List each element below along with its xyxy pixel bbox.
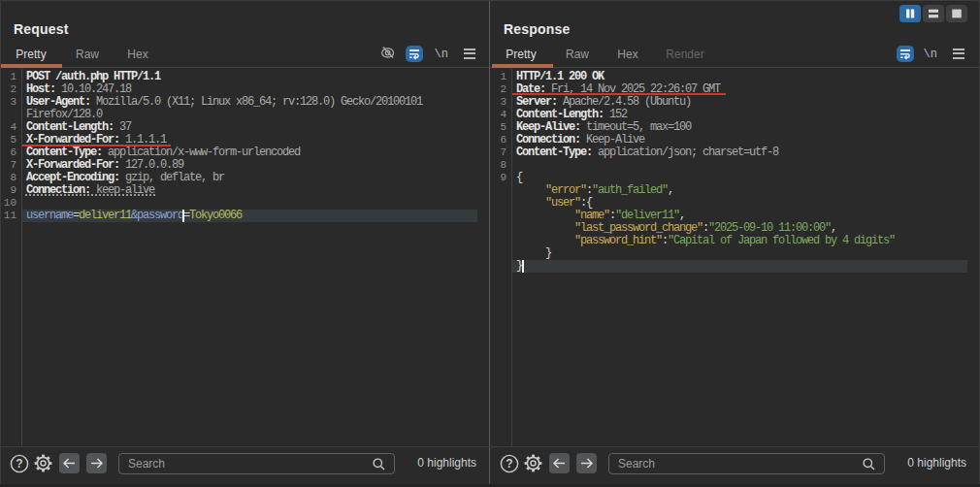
svg-text:?: ? (506, 457, 512, 471)
svg-text:?: ? (16, 457, 22, 471)
